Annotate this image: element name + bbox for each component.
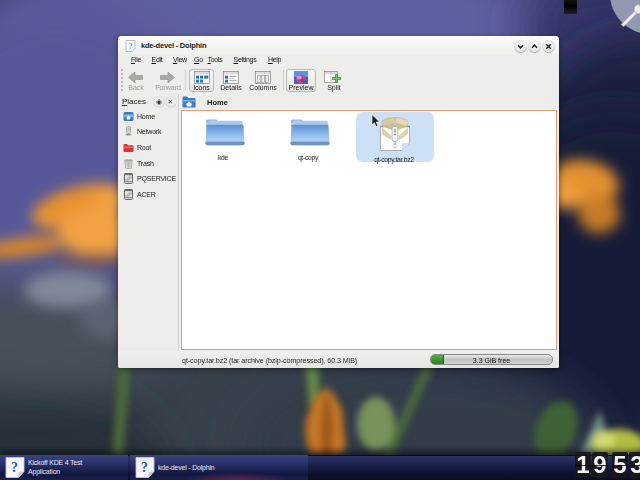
svg-text:?: ? [11, 460, 18, 475]
svg-text:?: ? [129, 41, 133, 51]
svg-text:?: ? [141, 460, 148, 475]
